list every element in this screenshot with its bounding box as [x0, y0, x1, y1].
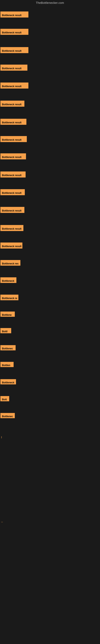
bottleneck-result-item: Bottleneck result: [0, 64, 27, 71]
tiny-marker: ...: [0, 519, 4, 523]
bottleneck-result-item: Bottleneck result: [0, 82, 28, 88]
site-title: TheBottlenecker.com: [0, 0, 100, 5]
bottleneck-result-item: Bottleneck result: [0, 100, 24, 107]
bottleneck-result-item: Bottleneck result: [0, 172, 26, 178]
bottleneck-result-item: Bottleneck result: [0, 225, 23, 231]
bottleneck-result-item: Bottlenec: [0, 345, 16, 350]
bottleneck-result-item: Bottleneck result: [0, 119, 26, 125]
bottleneck-result-item: Bott: [0, 396, 9, 401]
bottleneck-result-item: Bottleneck result: [0, 189, 25, 195]
bottleneck-result-item: Bottleneck re: [0, 295, 18, 300]
bottleneck-result-item: Bottleneck result: [0, 29, 28, 35]
bottleneck-result-item: Bottl: [0, 328, 11, 333]
bottleneck-result-item: Bottlen: [0, 362, 14, 367]
bottleneck-result-item: Bottlene: [0, 312, 15, 317]
small-marker: |: [0, 435, 2, 439]
bottleneck-result-item: Bottleneck: [0, 277, 16, 283]
bottleneck-result-item: Bottleneck: [0, 379, 16, 384]
bottleneck-result-item: Bottleneck result: [0, 47, 28, 53]
bottleneck-result-item: Bottleneck result: [0, 242, 22, 248]
bottleneck-result-item: Bottlenec: [0, 413, 15, 418]
bottleneck-result-item: Bottleneck res: [0, 260, 20, 266]
bottleneck-result-item: Bottleneck result: [0, 136, 27, 142]
bottleneck-result-item: Bottleneck result: [0, 153, 26, 160]
bottleneck-result-item: Bottleneck result: [0, 207, 24, 213]
bottleneck-result-item: Bottleneck result: [0, 12, 28, 18]
